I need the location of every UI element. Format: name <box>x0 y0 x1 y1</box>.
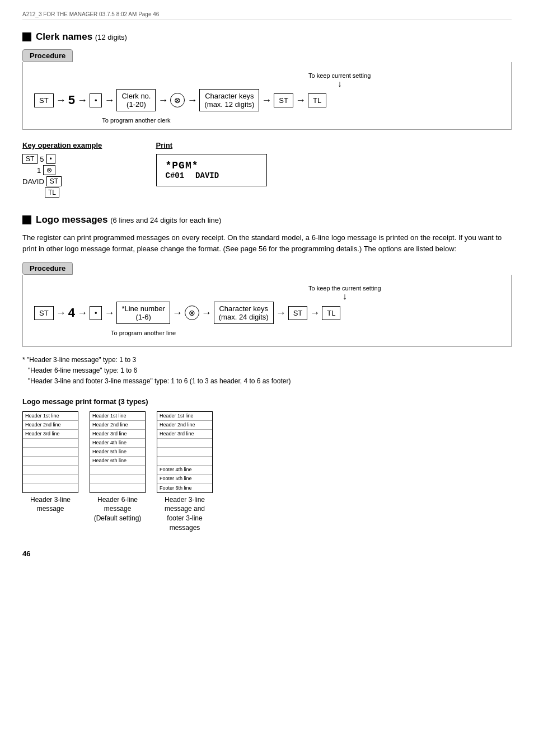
r2-l1: Header 1st line <box>90 412 145 421</box>
r3-l7: Footer 4th line <box>157 466 212 475</box>
key-op-example: Key operation example ST 5 • 1 ⊗ DAVID S… <box>22 141 134 198</box>
flow-st2-2: ST <box>288 306 308 320</box>
logo-type3-label: Header 3-linemessage andfooter 3-linemes… <box>165 495 205 533</box>
flow-circle-x-1: ⊗ <box>170 93 185 107</box>
r3-l8: Footer 5th line <box>157 475 212 483</box>
r1-l6 <box>23 457 78 466</box>
flow-circle-x-2: ⊗ <box>185 306 199 320</box>
section-logo-messages: Logo messages (6 lines and 24 digits for… <box>22 214 512 533</box>
flow-dot-2: • <box>90 306 102 320</box>
key-indent: 1 <box>37 166 41 175</box>
flow-char-keys-1: Character keys (max. 12 digits) <box>199 89 259 111</box>
flow-number-1: 5 <box>68 93 75 107</box>
section-icon <box>22 32 31 41</box>
keep-setting-label-1: To keep current setting <box>308 72 371 79</box>
r2-l5: Header 5th line <box>90 448 145 457</box>
key-row-2: 1 ⊗ <box>22 165 55 175</box>
r1-l5 <box>23 448 78 457</box>
flow-st-1: ST <box>34 93 54 107</box>
keep-setting-label-2: To keep the current setting <box>308 285 381 292</box>
flow-char-keys-2: Character keys (max. 24 digits) <box>214 302 274 324</box>
flow-line-no: *Line number (1-6) <box>116 302 170 324</box>
logo-type1-label: Header 3-linemessage <box>30 495 71 514</box>
logo-type1-group: Header 1st line Header 2nd line Header 3… <box>22 411 78 514</box>
key-row-4: TL <box>22 187 59 198</box>
flow-st2-1: ST <box>274 93 293 107</box>
key-circlex: ⊗ <box>43 165 55 175</box>
flow-arrow2-1: → <box>56 307 66 319</box>
flow-arrow-3: → <box>104 95 114 106</box>
r1-l2: Header 2nd line <box>23 421 78 430</box>
r1-l1: Header 1st line <box>23 412 78 421</box>
key-tl: TL <box>45 187 59 198</box>
procedure-badge-2: Procedure <box>22 262 73 275</box>
flow-arrow-4: → <box>158 95 168 106</box>
flow-arrow-1: → <box>56 95 66 106</box>
r2-l3: Header 3rd line <box>90 430 145 439</box>
flow-arrow2-3: → <box>104 307 114 319</box>
section-clerk-names: Clerk names (12 digits) Procedure To kee… <box>22 31 512 198</box>
r1-l8 <box>23 475 78 483</box>
flow-tl-2: TL <box>322 306 340 320</box>
flow-arrow-5: → <box>187 95 197 106</box>
page-header: A212_3 FOR THE MANAGER 03.7.5 8:02 AM Pa… <box>22 11 512 20</box>
flow-number-2: 4 <box>68 306 75 320</box>
r3-l5 <box>157 448 212 457</box>
section-title: Clerk names (12 digits) <box>36 31 127 43</box>
key-st2: ST <box>46 176 62 186</box>
logo-format-title: Logo message print format (3 types) <box>22 397 512 406</box>
logo-boxes-row: Header 1st line Header 2nd line Header 3… <box>22 411 512 533</box>
key-row-1: ST 5 • <box>22 154 55 164</box>
r1-l4 <box>23 439 78 448</box>
section-icon-2 <box>22 215 31 224</box>
flow-arrow2-5: → <box>202 307 212 319</box>
section-title-2: Logo messages (6 lines and 24 digits for… <box>36 214 221 226</box>
note-line-2: "Header 6-line message" type: 1 to 6 <box>22 365 512 376</box>
logo-type3-box: Header 1st line Header 2nd line Header 3… <box>157 411 213 493</box>
logo-type3-group: Header 1st line Header 2nd line Header 3… <box>157 411 213 533</box>
key-david: DAVID <box>22 177 44 186</box>
r2-l4: Header 4th line <box>90 439 145 448</box>
logo-type2-group: Header 1st line Header 2nd line Header 3… <box>90 411 146 523</box>
r3-l6 <box>157 457 212 466</box>
program-another-label-2: To program another line <box>111 330 176 336</box>
flow-arrow2-2: → <box>77 307 87 319</box>
key-row-3: DAVID ST <box>22 176 62 186</box>
logo-format-section: Logo message print format (3 types) Head… <box>22 397 512 533</box>
r2-l6: Header 6th line <box>90 457 145 466</box>
flow-arrow2-4: → <box>172 307 182 319</box>
logo-type2-box: Header 1st line Header 2nd line Header 3… <box>90 411 146 493</box>
r3-l4 <box>157 439 212 448</box>
note-line-3: "Header 3-line and footer 3-line message… <box>22 376 512 387</box>
flow-arrow2-6: → <box>310 307 320 319</box>
r1-l9 <box>23 483 78 492</box>
flow-arrow-2: → <box>77 95 87 106</box>
r3-l9: Footer 6th line <box>157 483 212 492</box>
r1-l7 <box>23 466 78 475</box>
r3-l1: Header 1st line <box>157 412 212 421</box>
body-text: The register can print programmed messag… <box>22 232 512 254</box>
flow-dot-1: • <box>90 93 102 107</box>
r2-l2: Header 2nd line <box>90 421 145 430</box>
procedure-badge-1: Procedure <box>22 49 73 62</box>
key-dot: • <box>46 154 55 164</box>
r3-l2: Header 2nd line <box>157 421 212 430</box>
page-number: 46 <box>22 550 512 558</box>
key-st: ST <box>22 154 38 164</box>
r3-l3: Header 3rd line <box>157 430 212 439</box>
flow-arrow-6: → <box>296 95 306 106</box>
program-another-label-1: To program another clerk <box>102 117 170 124</box>
r2-l7 <box>90 466 145 475</box>
print-data-line: C#01 DAVID <box>166 171 258 180</box>
logo-type2-label: Header 6-linemessage(Default setting) <box>94 495 142 523</box>
print-section: Print *PGM* C#01 DAVID <box>156 141 268 198</box>
flow-tl-1: TL <box>308 93 326 107</box>
note-line-1: * "Header 3-line message" type: 1 to 3 <box>22 355 512 365</box>
logo-type1-box: Header 1st line Header 2nd line Header 3… <box>22 411 78 493</box>
flow-clerk-no: Clerk no. (1-20) <box>116 89 156 111</box>
flow-st-2: ST <box>34 306 54 320</box>
r2-l8 <box>90 475 145 483</box>
notes-section: * "Header 3-line message" type: 1 to 3 "… <box>22 355 512 387</box>
key-5: 5 <box>40 155 44 163</box>
print-box: *PGM* C#01 DAVID <box>156 154 268 186</box>
